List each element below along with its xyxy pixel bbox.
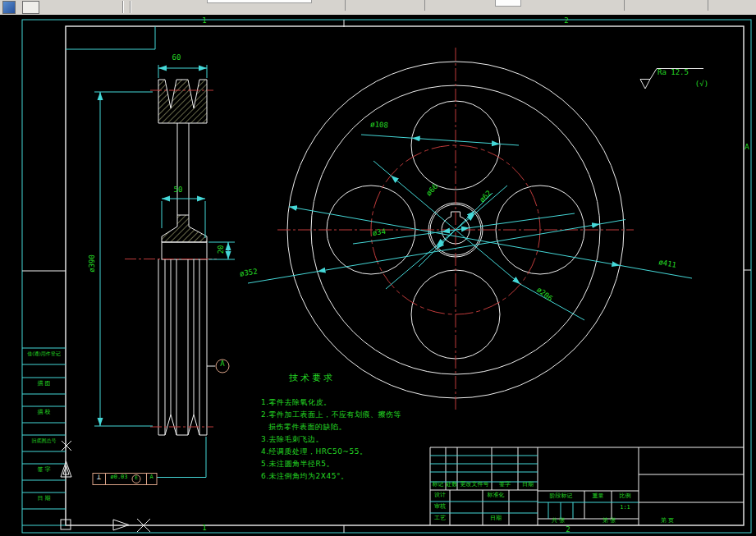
zone-label-top-1: 1	[199, 17, 209, 25]
left-margin-strip	[22, 271, 150, 532]
datum-feature-symbols	[93, 360, 229, 485]
sheet-borders	[22, 20, 751, 533]
tb-total-sheets: 共 张	[542, 518, 575, 525]
tech-req-line-2: 2.零件加工表面上，不应有划痕、擦伤等	[261, 411, 401, 419]
dim-pitch-390: ø390	[89, 244, 97, 283]
tb-stage-mark: 阶段标记	[538, 493, 584, 500]
front-view-dimensions	[248, 135, 692, 320]
margin-trace-check: 描 校	[22, 410, 66, 416]
tech-req-line-2b: 损伤零件表面的缺陷。	[268, 424, 346, 432]
tb-scale-label: 比例	[612, 493, 639, 500]
surface-other-symbol: (√)	[690, 80, 714, 89]
tb-craft: 工艺	[430, 515, 450, 522]
margin-borrow-record: 借(通)用件登记	[22, 351, 66, 357]
tb-mark: 标记	[430, 482, 446, 488]
tb-scale-value: 1:1	[612, 505, 639, 511]
zone-label-bottom-1: 1	[199, 525, 209, 533]
tech-req-line-6: 6.未注倒角均为2X45°。	[261, 473, 348, 481]
fcf-tolerance-value: ø0.03	[106, 474, 132, 481]
dim-key-20: 20	[218, 240, 226, 259]
zone-label-right-a: A	[741, 144, 753, 152]
fcf-datum-ref: A	[147, 474, 156, 481]
margin-trace-drawing: 描 图	[22, 381, 66, 387]
tech-req-line-5: 5.未注圆角半径R5。	[261, 460, 334, 469]
margin-date: 日 期	[22, 496, 66, 502]
drawing-geometry	[0, 0, 756, 536]
tech-req-title: 技术要求	[279, 373, 345, 383]
dim-width-60: 60	[167, 54, 186, 62]
tb-standardization: 标准化	[483, 492, 509, 499]
tb-date2: 日期	[483, 515, 509, 522]
fcf-modifier-e: E	[132, 475, 140, 481]
fcf-perpendicularity-symbol: ⊥	[93, 474, 105, 482]
zone-label-top-2: 2	[561, 17, 571, 25]
drawing-canvas[interactable]: 1 2 1 2 A Ra 12.5 (√) 60 50 20 ø390 A ⊥ …	[0, 15, 756, 536]
left-view-section	[158, 80, 207, 435]
tb-weight: 重量	[584, 493, 612, 500]
tb-check: 审核	[430, 504, 450, 511]
tb-page: 第 页	[651, 518, 684, 525]
tb-design: 设计	[430, 492, 450, 499]
tech-req-line-1: 1.零件去除氧化皮。	[261, 399, 332, 407]
tb-change-file: 更改文件号	[457, 482, 492, 488]
tb-sheet-number: 第 张	[593, 518, 625, 525]
margin-signature: 签 字	[22, 467, 66, 474]
tech-req-line-4: 4.经调质处理，HRC50~55。	[261, 448, 367, 456]
datum-a-label: A	[218, 360, 227, 369]
dim-hub-50: 50	[168, 186, 188, 195]
zone-label-bottom-2: 2	[563, 526, 573, 534]
margin-old-drawing-no: 旧底图总号	[22, 438, 66, 444]
tech-req-line-3: 3.去除毛刺飞边。	[261, 436, 323, 444]
tb-count: 处数	[446, 482, 457, 488]
tb-date: 日期	[518, 482, 538, 488]
cad-application-window: 1 2 1 2 A Ra 12.5 (√) 60 50 20 ø390 A ⊥ …	[0, 0, 756, 536]
surface-roughness-value: Ra 12.5	[657, 69, 703, 77]
tb-sign: 签字	[492, 482, 518, 488]
